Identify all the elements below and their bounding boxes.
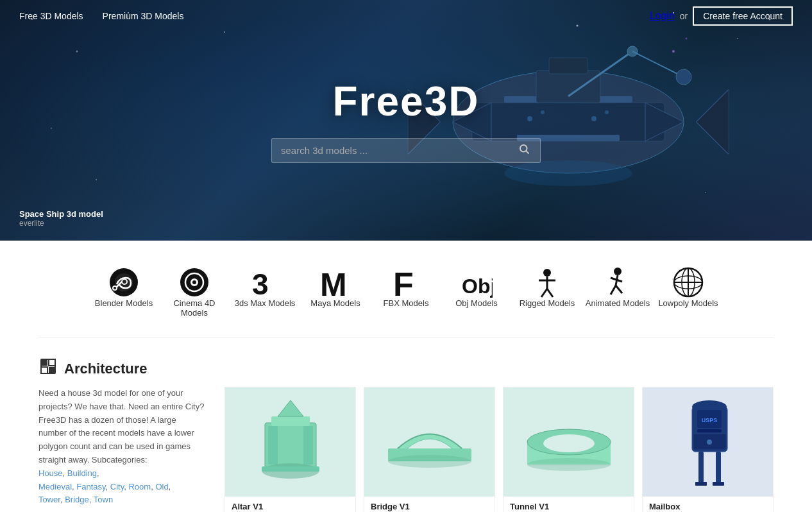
mailbox-shape: USPS <box>679 394 737 490</box>
svg-point-30 <box>591 116 596 121</box>
bridge-shape <box>385 410 475 474</box>
architecture-section: Architecture Need a house 3d model for o… <box>0 337 812 512</box>
animated-icon <box>602 266 634 298</box>
category-animated-label: Animated Models <box>586 298 650 308</box>
categories-section: Blender Models Cinema 4D Models 3 3ds Ma… <box>0 241 812 337</box>
svg-line-60 <box>611 286 616 294</box>
nav-right: Login or Create free Account <box>650 6 793 26</box>
svg-line-61 <box>616 286 622 293</box>
svg-text:USPS: USPS <box>701 417 717 423</box>
subcategory-town[interactable]: Town <box>94 495 113 504</box>
architecture-icon <box>38 357 58 380</box>
model-info-tunnel: Tunnel V1 .obj .stl <box>503 497 634 512</box>
obj-icon: Obj <box>461 266 493 298</box>
tunnel-title: Tunnel V1 <box>510 502 627 511</box>
or-separator: or <box>680 11 688 21</box>
3dsmax-icon: 3 <box>249 266 281 298</box>
category-obj[interactable]: Obj Obj Models <box>441 266 512 318</box>
model-card-altar[interactable]: Altar V1 .obj .stl <box>224 387 356 512</box>
subcategory-old[interactable]: Old <box>155 482 168 491</box>
svg-rect-94 <box>716 452 721 484</box>
svg-point-80 <box>388 455 471 468</box>
svg-rect-69 <box>49 359 55 366</box>
svg-text:3: 3 <box>252 268 269 298</box>
category-lowpoly[interactable]: Lowpoly Models <box>653 266 723 318</box>
category-rigged-label: Rigged Models <box>520 298 575 308</box>
altar-shape <box>252 397 329 487</box>
svg-rect-20 <box>549 58 588 74</box>
svg-text:F: F <box>393 266 414 298</box>
subcategory-house[interactable]: House <box>38 468 63 478</box>
svg-marker-76 <box>278 400 303 416</box>
model-card-bridge[interactable]: Bridge V1 .obj .stl <box>364 387 495 512</box>
category-blender[interactable]: Blender Models <box>89 266 159 318</box>
category-maya-label: Maya Models <box>310 298 360 308</box>
svg-rect-78 <box>262 466 319 472</box>
hero-title: Free3D <box>333 78 480 125</box>
navbar: Free 3D Models Premium 3D Models Login o… <box>0 0 812 32</box>
model-info-mailbox: Mailbox .obj .stl <box>643 497 773 512</box>
svg-rect-73 <box>271 416 310 426</box>
svg-rect-93 <box>698 452 704 484</box>
category-animated[interactable]: Animated Models <box>582 266 653 318</box>
model-info-bridge: Bridge V1 .obj .stl <box>364 497 495 512</box>
svg-point-31 <box>605 110 609 114</box>
svg-point-43 <box>113 286 117 290</box>
svg-marker-26 <box>697 90 729 154</box>
svg-rect-19 <box>536 71 600 103</box>
svg-point-57 <box>614 268 622 275</box>
create-account-button[interactable]: Create free Account <box>693 6 793 26</box>
subcategory-tower[interactable]: Tower <box>38 495 60 504</box>
category-c4d[interactable]: Cinema 4D Models <box>159 266 230 318</box>
category-obj-label: Obj Models <box>455 298 498 308</box>
subcategory-medieval[interactable]: Medieval <box>38 482 72 491</box>
building-icon <box>38 357 58 376</box>
svg-point-90 <box>707 439 712 445</box>
svg-point-27 <box>504 160 632 186</box>
hero-content: Free3D <box>271 78 541 163</box>
nav-links: Free 3D Models Premium 3D Models <box>19 11 183 21</box>
subcategory-city[interactable]: City <box>110 482 124 491</box>
category-fbx[interactable]: F FBX Models <box>371 266 441 318</box>
fbx-icon: F <box>390 266 422 298</box>
subcategory-fantasy[interactable]: Fantasy <box>76 482 105 491</box>
architecture-header: Architecture <box>38 357 774 380</box>
subcategory-room[interactable]: Room <box>128 482 151 491</box>
svg-line-55 <box>541 289 547 297</box>
svg-line-56 <box>547 289 553 297</box>
category-rigged[interactable]: Rigged Models <box>512 266 582 318</box>
category-lowpoly-label: Lowpoly Models <box>658 298 718 308</box>
category-3dsmax[interactable]: 3 3ds Max Models <box>230 266 300 318</box>
subcategory-bridge[interactable]: Bridge <box>65 495 89 504</box>
nav-free-3d-models[interactable]: Free 3D Models <box>19 11 83 21</box>
svg-point-52 <box>543 269 551 277</box>
nav-premium-3d-models[interactable]: Premium 3D Models <box>103 11 184 21</box>
svg-rect-96 <box>713 482 724 486</box>
architecture-title: Architecture <box>64 361 148 377</box>
login-link[interactable]: Login <box>650 10 675 22</box>
svg-text:Obj: Obj <box>462 275 493 298</box>
category-blender-label: Blender Models <box>95 298 153 308</box>
svg-rect-75 <box>303 426 313 465</box>
lowpoly-icon <box>672 266 704 298</box>
model-card-tunnel[interactable]: Tunnel V1 .obj .stl <box>503 387 634 512</box>
c4d-icon <box>178 266 210 298</box>
maya-icon: M <box>319 266 351 298</box>
model-info-altar: Altar V1 .obj .stl <box>225 497 355 512</box>
svg-rect-70 <box>41 367 47 373</box>
model-card-mailbox[interactable]: USPS Mailbox .obj .stl <box>642 387 774 512</box>
svg-point-85 <box>527 458 611 471</box>
svg-point-35 <box>676 69 691 85</box>
svg-rect-88 <box>697 429 722 432</box>
category-c4d-label: Cinema 4D Models <box>159 298 230 318</box>
svg-rect-71 <box>49 367 55 373</box>
category-3dsmax-label: 3ds Max Models <box>235 298 296 308</box>
section-description: Need a house 3d model for one of your pr… <box>38 387 224 512</box>
svg-point-29 <box>541 110 545 114</box>
model-thumb-mailbox: USPS <box>643 388 773 497</box>
search-input[interactable] <box>278 140 514 161</box>
category-maya[interactable]: M Maya Models <box>300 266 371 318</box>
svg-rect-95 <box>695 482 707 486</box>
search-button[interactable] <box>514 141 534 160</box>
subcategory-building[interactable]: Building <box>67 468 97 478</box>
